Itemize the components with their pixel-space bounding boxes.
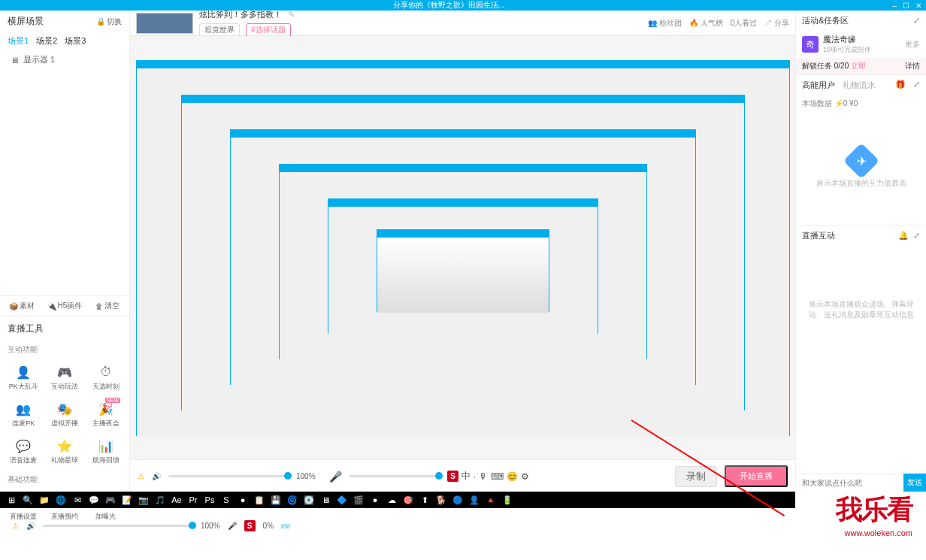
watermark: 我乐看 www.woleken.com — [836, 492, 912, 537]
taskbar-item[interactable]: ● — [235, 492, 251, 508]
scene-tab-2[interactable]: 场景2 — [36, 35, 57, 47]
footer-controls: ⚠ 🔊 100% 🎤 S 0% ⎚⎚ — [0, 515, 926, 536]
taskbar-item[interactable]: ⬆ — [416, 492, 433, 508]
volume2-percent: 100% — [201, 522, 220, 530]
tab-clear[interactable]: 🗑 清空 — [86, 296, 129, 316]
task-section-collapse-icon[interactable]: ⤢ — [913, 16, 920, 26]
taskbar-item[interactable]: 🎵 — [152, 492, 168, 508]
tool-互动玩法[interactable]: 🎮互动玩法 — [46, 361, 84, 395]
tool-语音连麦[interactable]: 💬语音连麦 — [5, 434, 43, 468]
taskbar-item[interactable]: 👤 — [466, 492, 483, 508]
tool-主播夜会[interactable]: 🎉主播夜会NEW — [86, 398, 125, 431]
mic-icon[interactable]: 🎤 — [329, 471, 342, 483]
taskbar-item[interactable]: 🔷 — [334, 492, 350, 508]
taskbar-item[interactable]: 🎬 — [350, 492, 367, 508]
scene-source-item[interactable]: 🖥 显示器 1 — [0, 50, 129, 70]
taskbar-item[interactable]: ☁ — [383, 492, 400, 508]
taskbar-item[interactable]: 🌐 — [53, 492, 69, 508]
volume2-slider[interactable] — [43, 525, 193, 527]
unlock-detail[interactable]: 详情 — [905, 61, 920, 71]
tab-material[interactable]: 📦 素材 — [0, 296, 43, 316]
taskbar-item[interactable]: ⊞ — [3, 492, 20, 508]
task-more[interactable]: 更多 — [905, 39, 920, 50]
empty-icon: ✈ — [843, 143, 879, 179]
windows-taskbar[interactable]: ⊞🔍📁🌐✉💬🎮📝📷🎵AePrPsS●📋💾🌀💽🖥🔷🎬●☁🎯⬆🐕🔵👤🔺🔋 — [0, 492, 795, 508]
taskbar-item[interactable]: 🔍 — [20, 492, 36, 508]
taskbar-item[interactable]: Pr — [185, 492, 201, 508]
monitor-icon: 🖥 — [11, 56, 19, 65]
taskbar-item[interactable]: 📁 — [36, 492, 53, 508]
tools-title: 直播工具 — [0, 316, 129, 341]
scene-tab-1[interactable]: 场景1 — [8, 35, 29, 47]
expand2-icon[interactable]: ⤢ — [913, 231, 920, 241]
bell-icon[interactable]: 🔔 — [898, 231, 909, 241]
mic2-percent: 0% — [263, 522, 274, 530]
share-btn[interactable]: ↗ 分享 — [764, 18, 789, 29]
tool-连麦PK[interactable]: 👥连麦PK — [5, 398, 43, 431]
edit-icon[interactable]: ✎ — [288, 10, 295, 20]
category-tag[interactable]: 坦克世界 — [199, 23, 240, 37]
window-min[interactable]: – — [892, 2, 897, 10]
stat-rank[interactable]: 🔥 人气榜 — [689, 18, 723, 29]
stream-title[interactable]: 炫比斧到！多多指教！ — [199, 9, 282, 20]
tool-礼物星球[interactable]: ⭐礼物星球 — [46, 434, 84, 468]
tool-label: 天选时刻 — [92, 382, 120, 392]
tool-航海回馈[interactable]: 📊航海回馈 — [86, 434, 125, 468]
window-max[interactable]: ☐ — [903, 2, 909, 10]
taskbar-item[interactable]: 💾 — [268, 492, 284, 508]
preview-canvas[interactable] — [130, 36, 795, 459]
taskbar-item[interactable]: Ps — [201, 492, 218, 508]
taskbar-item[interactable]: 🎯 — [400, 492, 416, 508]
expand-icon[interactable]: ⤢ — [913, 80, 920, 91]
taskbar-item[interactable]: 🔵 — [449, 492, 466, 508]
taskbar-item[interactable]: 🌀 — [284, 492, 301, 508]
taskbar-item[interactable]: 🖥 — [317, 492, 334, 508]
mic-slider[interactable] — [350, 475, 440, 477]
tab-gift-flow[interactable]: 礼物流水 — [843, 80, 876, 91]
taskbar-item[interactable]: 💽 — [301, 492, 317, 508]
volume-slider[interactable] — [168, 475, 289, 477]
taskbar-item[interactable]: Ae — [168, 492, 185, 508]
tool-PK大乱斗[interactable]: 👤PK大乱斗 — [5, 361, 43, 395]
taskbar-item[interactable]: 📋 — [251, 492, 268, 508]
chat-input[interactable] — [796, 474, 903, 492]
window-close[interactable]: ✕ — [915, 2, 921, 10]
tool-icon: ⭐ — [56, 437, 73, 454]
tab-high-user[interactable]: 高能用户 — [802, 80, 835, 91]
taskbar-item[interactable]: 🔋 — [499, 492, 516, 508]
gift-icon[interactable]: 🎁 — [895, 80, 906, 91]
taskbar-item[interactable]: 💬 — [86, 492, 102, 508]
stat-viewers: 0人看过 — [731, 18, 758, 29]
stream-thumbnail[interactable] — [136, 13, 193, 34]
taskbar-item[interactable]: ● — [367, 492, 383, 508]
taskbar-item[interactable]: 🎮 — [102, 492, 119, 508]
topic-tag[interactable]: #选择话题 — [246, 23, 291, 37]
taskbar-item[interactable]: 📝 — [119, 492, 135, 508]
taskbar-item[interactable]: 🔺 — [483, 492, 499, 508]
right-panel: 活动&任务区 ⤢ 奇 魔法奇缘 10项可完成陪伴 更多 解锁任务 0/20 立即… — [795, 11, 926, 492]
tool-label: PK大乱斗 — [9, 382, 38, 392]
taskbar-item[interactable]: S — [218, 492, 235, 508]
mic-eq-icon[interactable]: ⎚⎚ — [281, 522, 290, 530]
taskbar-item[interactable]: 📷 — [135, 492, 152, 508]
tool-icon: 🎮 — [56, 364, 73, 380]
warning-icon[interactable]: ⚠ — [138, 472, 144, 480]
tool-虚拟开播[interactable]: 🎭虚拟开播 — [46, 398, 84, 431]
task-name[interactable]: 魔法奇缘 — [823, 34, 900, 45]
scene-tab-3[interactable]: 场景3 — [65, 35, 86, 47]
switch-button[interactable]: 🔒 切换 — [96, 17, 122, 27]
mic2-icon[interactable]: 🎤 — [228, 522, 237, 530]
taskbar-item[interactable]: ✉ — [69, 492, 86, 508]
stat-fans[interactable]: 👥 粉丝团 — [648, 18, 682, 29]
tool-天选时刻[interactable]: ⏱天选时刻 — [86, 361, 125, 395]
volume-icon[interactable]: 🔊 — [152, 472, 161, 480]
tool-label: 礼物星球 — [51, 456, 78, 465]
task-section-title: 活动&任务区 — [802, 15, 849, 26]
taskbar-item[interactable]: 🐕 — [433, 492, 449, 508]
send-button[interactable]: 发送 — [903, 474, 926, 492]
tab-h5plugin[interactable]: 🔌 H5插件 — [43, 296, 86, 316]
volume2-icon[interactable]: 🔊 — [26, 522, 35, 530]
live-interact-title: 直播互动 — [802, 230, 835, 241]
warning2-icon[interactable]: ⚠ — [12, 522, 19, 530]
task-icon: 奇 — [802, 36, 819, 53]
